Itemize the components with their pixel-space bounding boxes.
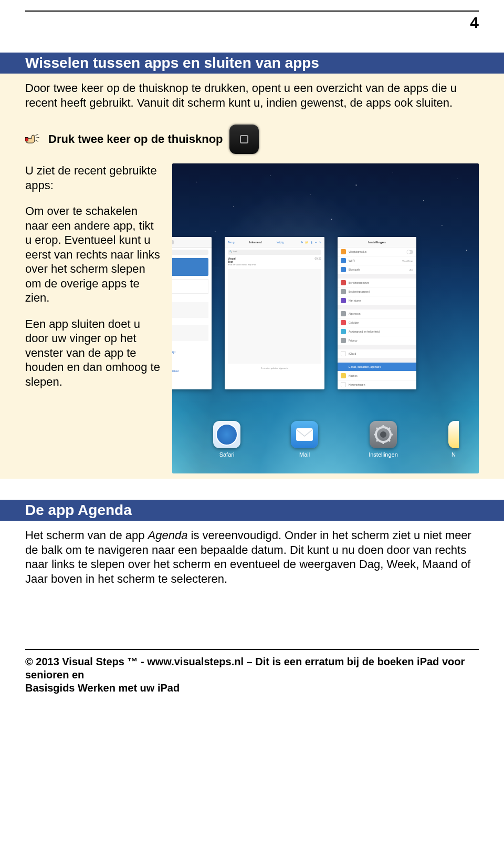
action-text: Druk twee keer op de thuisknop	[48, 132, 223, 146]
footer: © 2013 Visual Steps ™ - www.visualsteps.…	[25, 655, 479, 695]
dock-label-notes: N	[448, 451, 459, 458]
settings-row: Bedieningspaneel	[338, 287, 416, 296]
notes-icon	[448, 421, 459, 448]
card-settings: Instellingen VliegtuigmodusWi-FiVisualSt…	[338, 237, 416, 389]
card-safari: Inloggen Advertentie Heliceptor jsvergel…	[172, 237, 212, 389]
ipad-screenshot: Inloggen Advertentie Heliceptor jsvergel…	[172, 163, 479, 473]
mail-search: Zoek	[233, 250, 237, 253]
svg-line-2	[36, 137, 39, 138]
section2-title: De app Agenda	[0, 500, 504, 521]
mail-back: Terug	[228, 241, 235, 244]
dock-settings: Instellingen	[369, 421, 398, 458]
svg-point-6	[380, 431, 386, 438]
section1-title: Wisselen tussen apps en sluiten van apps	[0, 53, 504, 74]
footer-l1: © 2013 Visual Steps ™ - www.visualsteps.…	[25, 656, 465, 680]
gear-icon	[370, 421, 397, 448]
left-p1: U ziet de recent gebruikte apps:	[25, 163, 163, 192]
safari-link-0: jsvergelijk ...	[172, 344, 208, 347]
settings-row: Berichtencentrum	[338, 279, 416, 287]
settings-row: Algemeen	[338, 310, 416, 318]
left-p3: Een app sluiten doet u door uw vinger op…	[25, 317, 163, 389]
svg-rect-4	[296, 428, 313, 441]
settings-row: Achtergrond en helderheid	[338, 327, 416, 336]
settings-row: Geluiden	[338, 318, 416, 327]
home-button-icon	[229, 125, 259, 154]
settings-row: Herinneringen	[338, 380, 416, 389]
left-text-column: U ziet de recent gebruikte apps: Om over…	[25, 163, 163, 400]
safari-icon	[213, 421, 240, 448]
safari-link-1: vt-Box-shop, nl altijd	[172, 350, 208, 354]
section1-intro: Door twee keer op de thuisknop te drukke…	[25, 81, 479, 110]
safari-link-3: en	[172, 363, 208, 366]
settings-row: Niet storen	[338, 296, 416, 305]
mail-time: 09:22	[314, 257, 321, 260]
dock: Safari Mail Instellingen N	[172, 421, 479, 458]
mail-title: Inkomend	[249, 241, 262, 244]
mail-edit: Wijzig	[277, 241, 284, 244]
safari-link-2: w Sterd (1)	[172, 357, 208, 360]
safari-ad-label: Advertentie	[172, 297, 208, 300]
dock-label-mail: Mail	[291, 451, 318, 458]
left-p2: Om over te schakelen naar een andere app…	[25, 204, 163, 305]
card-mail: Terug Inkomend Wijzig ⚑📁🗑↩✎ 🔍 Zoek Visua…	[225, 237, 324, 389]
app-switcher-cards: Inloggen Advertentie Heliceptor jsvergel…	[172, 237, 479, 389]
dock-mail: Mail	[291, 421, 318, 458]
dock-notes: N	[448, 421, 459, 458]
dock-label-settings: Instellingen	[369, 451, 398, 458]
section2-para: Het scherm van de app Agenda is vereenvo…	[25, 528, 479, 586]
settings-row: BluetoothAan	[338, 265, 416, 274]
top-rule	[25, 11, 479, 12]
settings-row: Vliegtuigmodus	[338, 247, 416, 256]
settings-row: E-mail, contacten, agenda's	[338, 363, 416, 372]
safari-link-4: novex, foto- apparatuur	[172, 369, 208, 373]
mail-footer: 2 minuten geleden bijgewerkt	[225, 367, 324, 369]
svg-line-1	[36, 134, 38, 136]
page-number: 4	[0, 14, 479, 32]
settings-row: Privacy	[338, 336, 416, 345]
settings-title: Instellingen	[338, 237, 416, 247]
bottom-rule	[25, 649, 479, 650]
action-instruction: Druk twee keer op de thuisknop	[25, 125, 479, 154]
settings-row: iCloud	[338, 349, 416, 358]
settings-row: Wi-FiVisualSteps	[338, 256, 416, 265]
mail-icon	[291, 421, 318, 448]
mail-preview: iPad verstuurd vanaf mijn iPad	[228, 263, 321, 266]
s2-italic: Agenda	[148, 529, 188, 542]
settings-row: Notities	[338, 372, 416, 380]
footer-l2: Basisgids Werken met uw iPad	[25, 682, 180, 694]
pointing-hand-icon	[25, 133, 42, 145]
dock-safari: Safari	[213, 421, 240, 458]
s2-before: Het scherm van de app	[25, 529, 148, 542]
dock-label-safari: Safari	[213, 451, 240, 458]
svg-line-3	[36, 140, 38, 142]
svg-rect-0	[25, 137, 28, 141]
